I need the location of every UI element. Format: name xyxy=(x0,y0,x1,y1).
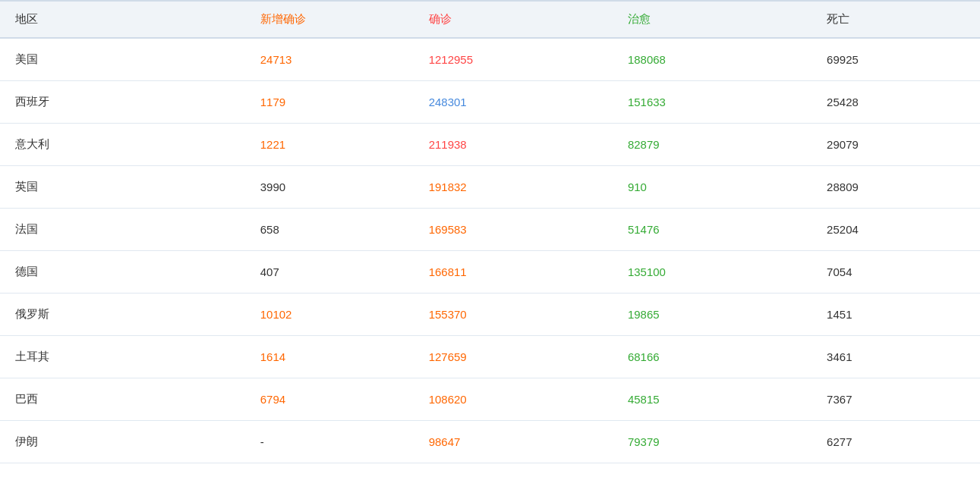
cell-recovered: 188068 xyxy=(613,38,811,81)
cell-confirmed: 127659 xyxy=(414,336,613,378)
header-recovered: 治愈 xyxy=(613,1,811,38)
cell-new-confirmed: 6794 xyxy=(245,378,414,421)
cell-death: 25204 xyxy=(811,209,980,251)
data-table: 地区 新增确诊 确诊 治愈 死亡 美国247131212955188068699… xyxy=(0,0,980,463)
cell-region: 法国 xyxy=(0,209,245,251)
header-confirmed: 确诊 xyxy=(414,1,613,38)
table-row: 英国399019183291028809 xyxy=(0,166,980,209)
cell-death: 69925 xyxy=(811,38,980,81)
cell-new-confirmed: 1221 xyxy=(245,124,414,166)
cell-new-confirmed: 24713 xyxy=(245,38,414,81)
cell-region: 巴西 xyxy=(0,378,245,421)
cell-recovered: 910 xyxy=(613,166,811,209)
cell-region: 伊朗 xyxy=(0,421,245,463)
cell-recovered: 45815 xyxy=(613,378,811,421)
header-death: 死亡 xyxy=(811,1,980,38)
cell-recovered: 82879 xyxy=(613,124,811,166)
cell-confirmed: 211938 xyxy=(414,124,613,166)
table-row: 巴西6794108620458157367 xyxy=(0,378,980,421)
cell-death: 28809 xyxy=(811,166,980,209)
cell-death: 29079 xyxy=(811,124,980,166)
table-row: 德国4071668111351007054 xyxy=(0,251,980,294)
table-row: 法国6581695835147625204 xyxy=(0,209,980,251)
table-row: 伊朗-98647793796277 xyxy=(0,421,980,463)
cell-new-confirmed: - xyxy=(245,421,414,463)
cell-region: 美国 xyxy=(0,38,245,81)
table-row: 意大利12212119388287929079 xyxy=(0,124,980,166)
cell-region: 英国 xyxy=(0,166,245,209)
cell-confirmed: 98647 xyxy=(414,421,613,463)
cell-new-confirmed: 3990 xyxy=(245,166,414,209)
cell-confirmed: 108620 xyxy=(414,378,613,421)
table-row: 俄罗斯10102155370198651451 xyxy=(0,294,980,336)
cell-new-confirmed: 10102 xyxy=(245,294,414,336)
table-container: 地区 新增确诊 确诊 治愈 死亡 美国247131212955188068699… xyxy=(0,0,980,463)
cell-recovered: 135100 xyxy=(613,251,811,294)
cell-new-confirmed: 1179 xyxy=(245,81,414,124)
cell-region: 西班牙 xyxy=(0,81,245,124)
cell-death: 6277 xyxy=(811,421,980,463)
cell-new-confirmed: 658 xyxy=(245,209,414,251)
cell-recovered: 151633 xyxy=(613,81,811,124)
cell-region: 土耳其 xyxy=(0,336,245,378)
cell-death: 3461 xyxy=(811,336,980,378)
cell-death: 7367 xyxy=(811,378,980,421)
header-new-confirmed: 新增确诊 xyxy=(245,1,414,38)
table-row: 土耳其1614127659681663461 xyxy=(0,336,980,378)
cell-death: 1451 xyxy=(811,294,980,336)
table-row: 西班牙117924830115163325428 xyxy=(0,81,980,124)
cell-death: 25428 xyxy=(811,81,980,124)
cell-recovered: 51476 xyxy=(613,209,811,251)
table-header-row: 地区 新增确诊 确诊 治愈 死亡 xyxy=(0,1,980,38)
cell-recovered: 68166 xyxy=(613,336,811,378)
cell-new-confirmed: 407 xyxy=(245,251,414,294)
cell-confirmed: 166811 xyxy=(414,251,613,294)
cell-region: 俄罗斯 xyxy=(0,294,245,336)
cell-confirmed: 191832 xyxy=(414,166,613,209)
header-region: 地区 xyxy=(0,1,245,38)
cell-confirmed: 248301 xyxy=(414,81,613,124)
cell-confirmed: 169583 xyxy=(414,209,613,251)
cell-region: 德国 xyxy=(0,251,245,294)
cell-new-confirmed: 1614 xyxy=(245,336,414,378)
cell-recovered: 79379 xyxy=(613,421,811,463)
cell-death: 7054 xyxy=(811,251,980,294)
cell-confirmed: 155370 xyxy=(414,294,613,336)
cell-confirmed: 1212955 xyxy=(414,38,613,81)
table-row: 美国24713121295518806869925 xyxy=(0,38,980,81)
cell-recovered: 19865 xyxy=(613,294,811,336)
cell-region: 意大利 xyxy=(0,124,245,166)
